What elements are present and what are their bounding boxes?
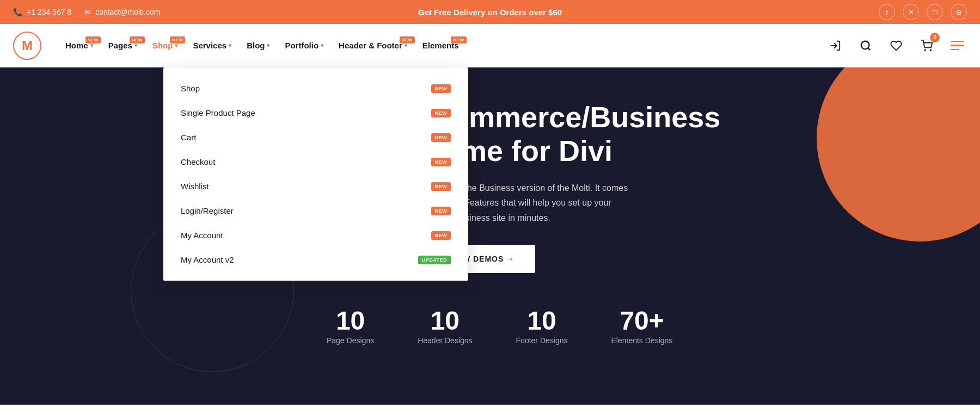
dropdown-login-badge: NEW bbox=[431, 207, 451, 215]
svg-point-1 bbox=[861, 41, 869, 49]
elements-badge: NEW bbox=[451, 36, 466, 44]
social-links: f ✕ ◻ ⊕ bbox=[879, 4, 967, 20]
dropdown-item-checkout[interactable]: Checkout NEW bbox=[163, 150, 468, 174]
hamburger-line-1 bbox=[951, 41, 964, 42]
header: M Home NEW ▾ Pages NEW ▾ Shop NEW ▾ Serv… bbox=[0, 24, 980, 67]
nav-header-footer[interactable]: Header & Footer NEW ▾ bbox=[332, 36, 414, 54]
phone-icon: 📞 bbox=[13, 8, 22, 16]
nav-services[interactable]: Services ▾ bbox=[186, 36, 238, 54]
dropdown-my-account-v2-label: My Account v2 bbox=[181, 255, 234, 264]
page-wrapper: 📞 +1 234 567 8 ✉ contact@molti.com Get F… bbox=[0, 0, 980, 405]
services-chevron: ▾ bbox=[229, 42, 231, 48]
nav-home-label: Home bbox=[65, 41, 88, 50]
dropdown-login-label: Login/Register bbox=[181, 206, 234, 215]
stat-footer-designs-number: 10 bbox=[516, 306, 568, 336]
stat-header-designs-number: 10 bbox=[418, 306, 472, 336]
stat-footer-designs: 10 Footer Designs bbox=[516, 306, 590, 345]
cart-button-wrapper[interactable]: 2 bbox=[917, 36, 936, 55]
nav-portfolio[interactable]: Portfolio ▾ bbox=[278, 36, 330, 54]
dropdown-cart-badge: NEW bbox=[431, 133, 451, 142]
nav-shop[interactable]: Shop NEW ▾ bbox=[146, 36, 185, 54]
stat-elements-designs: 70+ Elements Designs bbox=[611, 306, 695, 345]
dropdown-checkout-label: Checkout bbox=[181, 157, 215, 166]
pages-badge: NEW bbox=[130, 36, 145, 44]
top-bar: 📞 +1 234 567 8 ✉ contact@molti.com Get F… bbox=[0, 0, 980, 24]
email-address: contact@molti.com bbox=[95, 8, 160, 16]
email-icon: ✉ bbox=[84, 8, 91, 16]
svg-line-2 bbox=[868, 48, 870, 50]
stat-page-designs-number: 10 bbox=[327, 306, 374, 336]
hero-stats: 10 Page Designs 10 Header Designs 10 Foo… bbox=[327, 306, 947, 345]
blog-chevron: ▾ bbox=[267, 42, 270, 48]
stat-footer-designs-label: Footer Designs bbox=[516, 336, 568, 345]
portfolio-chevron: ▾ bbox=[321, 42, 323, 48]
logo-letter: M bbox=[22, 38, 33, 53]
phone-contact[interactable]: 📞 +1 234 567 8 bbox=[13, 8, 71, 16]
dropdown-checkout-badge: NEW bbox=[431, 158, 451, 166]
dropdown-wishlist-badge: NEW bbox=[431, 182, 451, 191]
dropdown-item-my-account[interactable]: My Account NEW bbox=[163, 223, 468, 247]
svg-point-4 bbox=[930, 49, 931, 51]
hamburger-line-3 bbox=[951, 49, 959, 51]
nav-blog[interactable]: Blog ▾ bbox=[240, 36, 276, 54]
dropdown-my-account-v2-badge: UPDATED bbox=[418, 256, 451, 264]
nav-pages-label: Pages bbox=[108, 41, 132, 50]
nav-header-footer-label: Header & Footer bbox=[339, 41, 402, 50]
dropdown-single-product-label: Single Product Page bbox=[181, 108, 255, 117]
stat-header-designs-label: Header Designs bbox=[418, 336, 472, 345]
dropdown-my-account-badge: NEW bbox=[431, 231, 451, 240]
svg-point-3 bbox=[924, 49, 926, 51]
stat-page-designs: 10 Page Designs bbox=[327, 306, 396, 345]
dropdown-shop-label: Shop bbox=[181, 84, 200, 93]
dropdown-item-cart[interactable]: Cart NEW bbox=[163, 125, 468, 150]
shop-badge: NEW bbox=[170, 36, 185, 44]
wishlist-button[interactable] bbox=[886, 36, 906, 55]
dropdown-item-wishlist[interactable]: Wishlist NEW bbox=[163, 174, 468, 199]
nav-blog-label: Blog bbox=[247, 41, 265, 50]
dropdown-item-my-account-v2[interactable]: My Account v2 UPDATED bbox=[163, 247, 468, 272]
facebook-icon[interactable]: f bbox=[879, 4, 895, 20]
dropdown-cart-label: Cart bbox=[181, 133, 196, 142]
dropdown-item-shop[interactable]: Shop NEW bbox=[163, 76, 468, 101]
main-nav: Home NEW ▾ Pages NEW ▾ Shop NEW ▾ Servic… bbox=[59, 36, 825, 54]
dropdown-item-single-product[interactable]: Single Product Page NEW bbox=[163, 101, 468, 125]
dribbble-icon[interactable]: ⊕ bbox=[951, 4, 967, 20]
nav-pages[interactable]: Pages NEW ▾ bbox=[102, 36, 144, 54]
logo[interactable]: M bbox=[13, 32, 41, 60]
login-button[interactable] bbox=[825, 36, 845, 55]
dropdown-item-login[interactable]: Login/Register NEW bbox=[163, 199, 468, 223]
stat-elements-designs-number: 70+ bbox=[611, 306, 673, 336]
hamburger-menu[interactable] bbox=[947, 38, 967, 54]
header-actions: 2 bbox=[825, 36, 967, 55]
dropdown-wishlist-label: Wishlist bbox=[181, 182, 209, 191]
email-contact[interactable]: ✉ contact@molti.com bbox=[84, 8, 160, 16]
nav-elements[interactable]: Elements NEW bbox=[416, 36, 465, 54]
header-footer-badge: NEW bbox=[400, 36, 415, 44]
nav-portfolio-label: Portfolio bbox=[285, 41, 318, 50]
cart-count: 2 bbox=[930, 33, 940, 42]
dropdown-my-account-label: My Account bbox=[181, 231, 223, 240]
hero-section: rpose Ecommerce/Business Child Theme for… bbox=[0, 67, 980, 405]
shop-dropdown: Shop NEW Single Product Page NEW Cart NE… bbox=[163, 67, 468, 281]
stat-elements-designs-label: Elements Designs bbox=[611, 336, 673, 345]
nav-services-label: Services bbox=[193, 41, 226, 50]
search-button[interactable] bbox=[856, 36, 875, 55]
promo-message: Get Free Delivery on Orders over $60 bbox=[418, 8, 562, 17]
nav-home[interactable]: Home NEW ▾ bbox=[59, 36, 100, 54]
twitter-icon[interactable]: ✕ bbox=[903, 4, 919, 20]
hamburger-line-2 bbox=[951, 45, 964, 46]
home-badge: NEW bbox=[85, 36, 101, 44]
dropdown-shop-badge: NEW bbox=[431, 84, 451, 93]
stat-page-designs-label: Page Designs bbox=[327, 336, 374, 345]
instagram-icon[interactable]: ◻ bbox=[927, 4, 943, 20]
stat-header-designs: 10 Header Designs bbox=[418, 306, 494, 345]
dropdown-single-product-badge: NEW bbox=[431, 109, 451, 117]
top-bar-left: 📞 +1 234 567 8 ✉ contact@molti.com bbox=[13, 8, 160, 16]
phone-number: +1 234 567 8 bbox=[27, 8, 71, 16]
